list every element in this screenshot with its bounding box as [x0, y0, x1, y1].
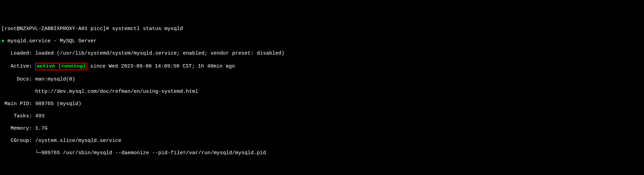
active-status: active (running)	[37, 63, 86, 69]
shell-prompt: [root@NZXPVL-ZABBIXPROXY-A01 picc]#	[1, 26, 112, 32]
active-since: since Wed 2023-09-06 14:09:50 CST; 1h 48…	[87, 63, 235, 69]
cgroup-value: /system.slice/mysqld.service	[35, 138, 121, 144]
terminal-line: Loaded: loaded (/usr/lib/systemd/system/…	[1, 50, 643, 57]
terminal-line: Active: active (running) since Wed 2023-…	[1, 63, 643, 70]
loaded-value: loaded (/usr/lib/systemd/system/mysqld.s…	[35, 50, 284, 56]
terminal-line: Main PID: 989765 (mysqld)	[1, 101, 643, 107]
terminal-line: Docs: man:mysqld(8)	[1, 76, 643, 83]
command-text: systemctl status mysqld	[112, 26, 183, 32]
memory-label: Memory:	[1, 126, 35, 131]
docs-value: man:mysqld(8)	[35, 76, 75, 82]
docs-label: Docs:	[1, 76, 35, 82]
terminal-line: Tasks: 493	[1, 113, 643, 119]
blank-line	[1, 162, 643, 169]
mainpid-label: Main PID:	[1, 101, 35, 107]
active-label: Active:	[1, 63, 35, 69]
docs-value: http://dev.mysql.com/doc/refman/en/using…	[1, 89, 198, 94]
highlight-box: active (running)	[35, 63, 87, 70]
loaded-label: Loaded:	[1, 50, 35, 56]
tasks-label: Tasks:	[1, 113, 35, 119]
terminal-line: http://dev.mysql.com/doc/refman/en/using…	[1, 89, 643, 95]
cgroup-label: CGroup:	[1, 138, 35, 144]
terminal-line: ● mysqld.service - MySQL Server	[1, 38, 643, 44]
terminal-line: CGroup: /system.slice/mysqld.service	[1, 138, 643, 144]
terminal-line: Memory: 1.7G	[1, 126, 643, 132]
terminal-line[interactable]: [root@NZXPVL-ZABBIXPROXY-A01 picc]# syst…	[1, 26, 643, 32]
service-name: mysqld.service - MySQL Server	[8, 38, 97, 44]
cgroup-tree: └─989765 /usr/sbin/mysqld --daemonize --…	[1, 150, 266, 156]
terminal-line: └─989765 /usr/sbin/mysqld --daemonize --…	[1, 150, 643, 156]
memory-value: 1.7G	[35, 126, 48, 131]
tasks-value: 493	[35, 113, 44, 119]
status-bullet-icon: ●	[1, 38, 4, 44]
mainpid-value: 989765 (mysqld)	[35, 101, 81, 107]
